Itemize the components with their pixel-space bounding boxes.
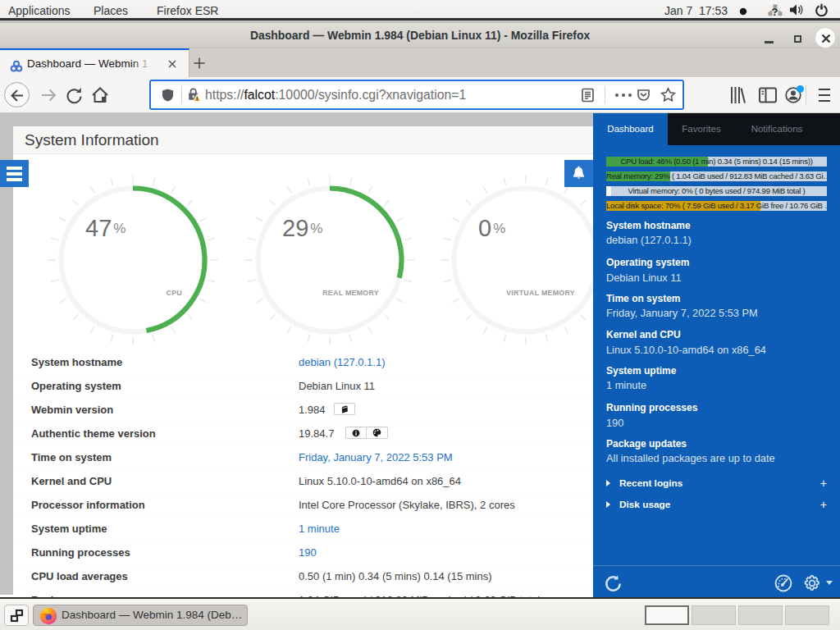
svg-text:?: ? [772,6,778,18]
